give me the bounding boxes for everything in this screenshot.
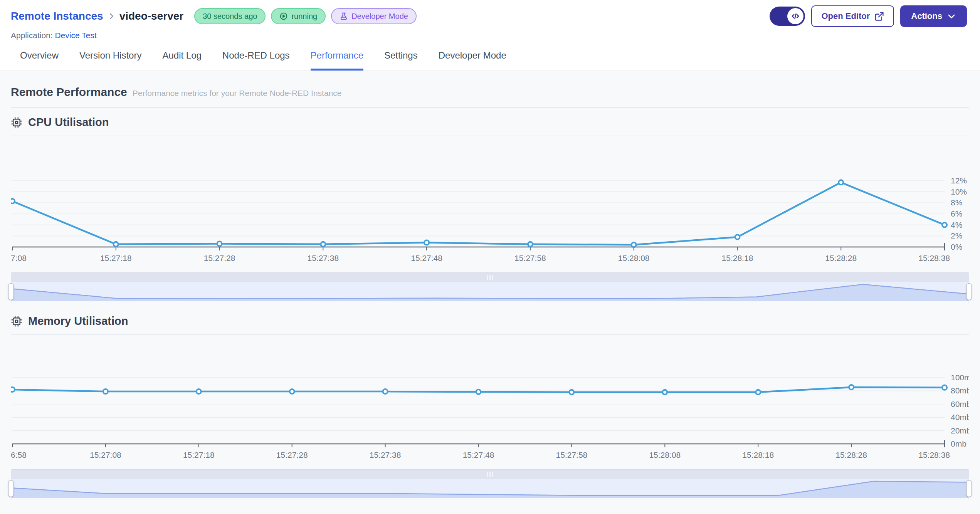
- svg-text:7:08: 7:08: [11, 254, 27, 262]
- page-title: Remote Performance: [11, 86, 127, 99]
- svg-text:15:27:58: 15:27:58: [514, 254, 546, 262]
- memory-line-chart: 0mb20mb40mb60mb80mb100mb6:5815:27:0815:2…: [11, 337, 969, 462]
- memory-chart: 0mb20mb40mb60mb80mb100mb6:5815:27:0815:2…: [11, 337, 969, 464]
- page-subtitle: Performance metrics for your Remote Node…: [133, 89, 342, 98]
- tab-node-red-logs[interactable]: Node-RED Logs: [222, 50, 290, 71]
- memory-section-header: Memory Utilisation: [11, 305, 969, 335]
- cpu-chip-icon: [11, 117, 22, 128]
- memory-section-title: Memory Utilisation: [28, 315, 128, 328]
- svg-text:15:27:08: 15:27:08: [90, 450, 121, 459]
- svg-text:6%: 6%: [951, 209, 962, 218]
- tab-overview[interactable]: Overview: [20, 50, 59, 71]
- tab-performance[interactable]: Performance: [311, 50, 363, 71]
- memory-brush-left-handle[interactable]: [8, 480, 14, 497]
- cpu-section-title: CPU Utilisation: [28, 116, 109, 129]
- tab-bar: Overview Version History Audit Log Node-…: [11, 50, 967, 71]
- cpu-chart: 0%2%4%6%8%10%12%7:0815:27:1815:27:2815:2…: [11, 138, 969, 267]
- flask-icon: [340, 12, 348, 20]
- svg-text:15:27:58: 15:27:58: [556, 450, 588, 459]
- external-link-icon: [874, 12, 884, 21]
- svg-text:15:27:18: 15:27:18: [183, 450, 215, 459]
- svg-text:15:27:48: 15:27:48: [463, 450, 494, 459]
- cpu-section-header: CPU Utilisation: [11, 108, 969, 136]
- play-circle-icon: [279, 12, 288, 20]
- svg-text:15:28:18: 15:28:18: [722, 254, 753, 262]
- chevron-right-icon: [107, 12, 116, 20]
- cpu-chart-brush: [11, 272, 969, 303]
- svg-text:20mb: 20mb: [951, 426, 969, 435]
- chevron-down-icon: [947, 12, 956, 21]
- svg-text:15:27:28: 15:27:28: [276, 450, 308, 459]
- svg-text:0%: 0%: [951, 242, 962, 251]
- tab-developer-mode[interactable]: Developer Mode: [439, 50, 506, 71]
- svg-text:15:27:38: 15:27:38: [370, 450, 401, 459]
- svg-text:15:27:38: 15:27:38: [307, 254, 339, 262]
- tab-version-history[interactable]: Version History: [79, 50, 141, 71]
- svg-text:15:28:28: 15:28:28: [835, 450, 867, 459]
- svg-text:0mb: 0mb: [951, 439, 967, 448]
- cpu-brush-minimap: [11, 282, 969, 301]
- cpu-brush-right-handle[interactable]: [966, 283, 972, 300]
- svg-text:15:28:18: 15:28:18: [742, 450, 774, 459]
- svg-text:80mb: 80mb: [951, 386, 969, 395]
- page-header: Remote Instances video-server 30 seconds…: [0, 0, 980, 71]
- svg-text:8%: 8%: [951, 198, 962, 207]
- last-seen-badge: 30 seconds ago: [194, 8, 266, 24]
- performance-panel: Remote Performance Performance metrics f…: [0, 71, 980, 514]
- memory-chart-brush: [11, 469, 969, 500]
- svg-text:15:28:08: 15:28:08: [618, 254, 650, 262]
- cpu-brush-left-handle[interactable]: [8, 283, 14, 300]
- svg-text:15:28:38: 15:28:38: [918, 254, 950, 262]
- svg-text:15:28:38: 15:28:38: [918, 450, 950, 459]
- svg-text:60mb: 60mb: [951, 400, 969, 408]
- cpu-line-chart: 0%2%4%6%8%10%12%7:0815:27:1815:27:2815:2…: [11, 138, 969, 265]
- developer-mode-badge: Developer Mode: [331, 8, 417, 24]
- svg-text:12%: 12%: [951, 176, 967, 185]
- memory-brush-right-handle[interactable]: [966, 480, 972, 497]
- tab-settings[interactable]: Settings: [384, 50, 418, 71]
- tab-audit-log[interactable]: Audit Log: [162, 50, 201, 71]
- memory-brush-minimap: [11, 479, 969, 498]
- svg-text:15:27:18: 15:27:18: [100, 254, 132, 262]
- svg-text:4%: 4%: [951, 220, 962, 229]
- svg-text:6:58: 6:58: [11, 450, 27, 459]
- breadcrumb-remote-instances[interactable]: Remote Instances: [11, 10, 103, 22]
- instance-name: video-server: [119, 10, 184, 22]
- svg-text:15:27:28: 15:27:28: [204, 254, 235, 262]
- open-editor-button[interactable]: Open Editor: [811, 5, 894, 27]
- editor-mode-toggle[interactable]: [770, 7, 805, 26]
- application-link[interactable]: Device Test: [55, 31, 96, 40]
- page-title-row: Remote Performance Performance metrics f…: [11, 71, 969, 108]
- status-badge: running: [271, 8, 326, 24]
- memory-brush-drag-bar[interactable]: [11, 470, 969, 479]
- svg-text:15:27:48: 15:27:48: [411, 254, 442, 262]
- actions-button[interactable]: Actions: [900, 5, 967, 27]
- svg-text:40mb: 40mb: [951, 413, 969, 422]
- code-icon: [787, 8, 803, 24]
- svg-text:15:28:28: 15:28:28: [825, 254, 857, 262]
- svg-text:10%: 10%: [951, 187, 967, 196]
- application-line: Application: Device Test: [11, 31, 967, 40]
- memory-chip-icon: [11, 316, 22, 327]
- svg-text:2%: 2%: [951, 231, 962, 240]
- svg-text:100mb: 100mb: [951, 373, 969, 382]
- cpu-brush-drag-bar[interactable]: [11, 273, 969, 282]
- svg-text:15:28:08: 15:28:08: [649, 450, 681, 459]
- breadcrumb: Remote Instances video-server: [11, 10, 183, 22]
